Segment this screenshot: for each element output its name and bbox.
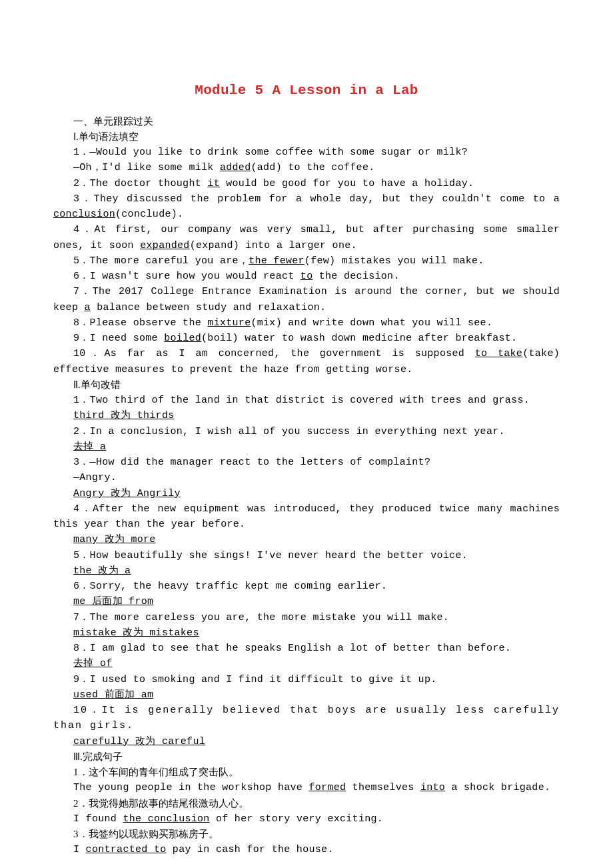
s2a9: used 前面加 am xyxy=(53,687,560,703)
q4: 4．At first, our company was very small, … xyxy=(53,222,560,253)
text: 3．They discussed the problem for a whole… xyxy=(73,193,560,205)
text: pay in cash for the house. xyxy=(167,844,334,855)
text: (expand) into a larger one. xyxy=(190,240,357,251)
text: themselves xyxy=(346,782,420,793)
text: 9．I need some xyxy=(73,333,164,344)
q10: 10．As far as I am concerned, the governm… xyxy=(53,346,560,377)
answer: it xyxy=(207,178,220,189)
text: 8．Please observe the xyxy=(73,317,207,329)
text: 6．I wasn't sure how you would react xyxy=(73,271,301,282)
text: The young people in the workshop have xyxy=(73,782,308,793)
answer: conclusion xyxy=(53,209,115,220)
q5: 5．The more careful you are，the fewer(few… xyxy=(53,253,560,269)
text: 10．As far as I am concerned, the governm… xyxy=(73,348,475,359)
s3q1c: 1．这个车间的青年们组成了突击队。 xyxy=(53,765,560,780)
subsection-1: Ⅰ.单句语法填空 xyxy=(53,129,560,145)
text: 2．The doctor thought xyxy=(73,178,207,189)
q7: 7．The 2017 College Entrance Examination … xyxy=(53,284,560,315)
q9: 9．I need some boiled(boil) water to wash… xyxy=(53,331,560,346)
answer: expanded xyxy=(140,240,189,251)
s2q1: 1．Two third of the land in that district… xyxy=(53,393,560,408)
s2a1: third 改为 thirds xyxy=(53,408,560,423)
s2q5: 5．How beautifully she sings! I've never … xyxy=(53,548,560,563)
text: balance between study and relaxation. xyxy=(91,302,326,313)
subsection-2: Ⅱ.单句改错 xyxy=(53,377,560,393)
s2q7: 7．The more careless you are, the more mi… xyxy=(53,610,560,625)
q2: 2．The doctor thought it would be good fo… xyxy=(53,176,560,191)
text: a shock brigade. xyxy=(445,782,550,793)
answer: a xyxy=(85,302,91,313)
text: would be good for you to have a holiday. xyxy=(220,178,474,189)
q6: 6．I wasn't sure how you would react to t… xyxy=(53,269,560,284)
s2a8: 去掉 of xyxy=(53,656,560,671)
s2a5: the 改为 a xyxy=(53,563,560,579)
s2q6: 6．Sorry, the heavy traffic kept me comin… xyxy=(53,579,560,594)
s2q2: 2．In a conclusion, I wish all of you suc… xyxy=(53,424,560,439)
s2q3a: 3．—How did the manager react to the lett… xyxy=(53,455,560,470)
text: (few) mistakes you will make. xyxy=(305,255,484,267)
answer: the fewer xyxy=(249,255,305,267)
q8: 8．Please observe the mixture(mix) and wr… xyxy=(53,315,560,331)
s2q4: 4．After the new equipment was introduced… xyxy=(53,501,560,533)
text: I found xyxy=(73,813,123,825)
document-page: Module 5 A Lesson in a Lab 一、单元跟踪过关 Ⅰ.单句… xyxy=(0,0,613,868)
s3q2c: 2．我觉得她那故事的结尾很激动人心。 xyxy=(53,796,560,811)
s3q2e: I found the conclusion of her story very… xyxy=(53,811,560,827)
s2a3: Angry 改为 Angrily xyxy=(53,486,560,501)
answer: the conclusion xyxy=(123,813,209,825)
s2a4: many 改为 more xyxy=(53,532,560,547)
s2a6: me 后面加 from xyxy=(53,594,560,609)
q3: 3．They discussed the problem for a whole… xyxy=(53,191,560,223)
answer: added xyxy=(220,162,251,173)
answer: formed xyxy=(308,782,346,793)
text: (conclude). xyxy=(115,209,183,220)
s2a10: carefully 改为 careful xyxy=(53,734,560,749)
s3q3e: I contracted to pay in cash for the hous… xyxy=(53,842,560,857)
s3q3c: 3．我签约以现款购买那栋房子。 xyxy=(53,827,560,842)
section-heading: 一、单元跟踪过关 xyxy=(53,114,560,129)
s2a2: 去掉 a xyxy=(53,439,560,455)
answer: mixture xyxy=(207,317,251,329)
text: (boil) water to wash down medicine after… xyxy=(201,333,517,344)
answer: to take xyxy=(475,348,522,359)
text: —Oh，I'd like some milk xyxy=(73,162,220,173)
module-title: Module 5 A Lesson in a Lab xyxy=(53,80,560,102)
text: of her story very exciting. xyxy=(210,813,383,825)
subsection-3: Ⅲ.完成句子 xyxy=(53,749,560,765)
s3q1e: The young people in the workshop have fo… xyxy=(53,780,560,795)
answer: into xyxy=(420,782,445,793)
s2a7: mistake 改为 mistakes xyxy=(53,625,560,641)
answer: contracted to xyxy=(86,844,167,855)
q1a: 1．—Would you like to drink some coffee w… xyxy=(53,145,560,160)
text: (add) to the coffee. xyxy=(251,162,374,173)
s2q3b: —Angry. xyxy=(53,470,560,485)
text: I xyxy=(73,844,86,855)
text: (mix) and write down what you will see. xyxy=(251,317,492,329)
s2q9: 9．I used to smoking and I find it diffic… xyxy=(53,672,560,687)
s2q10: 10．It is generally believed that boys ar… xyxy=(53,703,560,734)
q1b: —Oh，I'd like some milk added(add) to the… xyxy=(53,160,560,175)
text: the decision. xyxy=(312,271,399,282)
answer: boiled xyxy=(164,333,201,344)
text: 5．The more careful you are， xyxy=(73,255,249,267)
s2q8: 8．I am glad to see that he speaks Englis… xyxy=(53,641,560,656)
answer: to xyxy=(301,271,313,282)
